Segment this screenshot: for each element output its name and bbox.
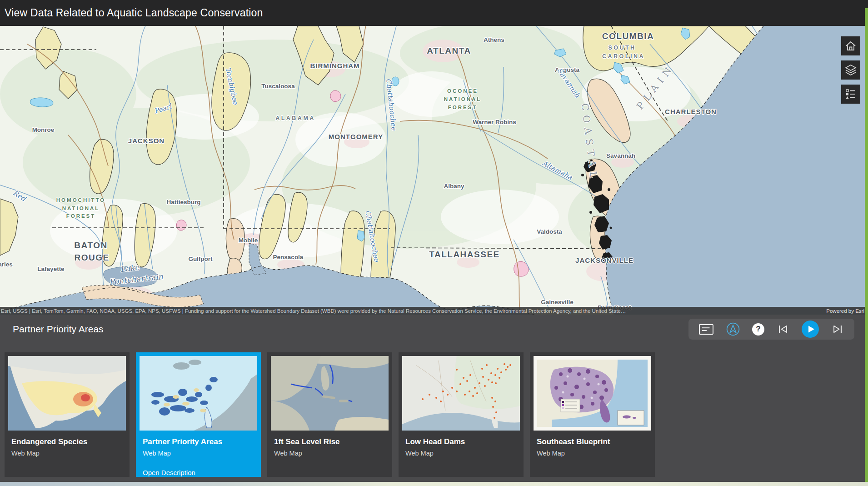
layers-icon xyxy=(844,64,857,76)
map-label: FOREST xyxy=(66,213,96,219)
thumbnail-1ft-sea-level-rise xyxy=(271,356,389,431)
skip-next-icon xyxy=(831,322,844,336)
map-label: Monroe xyxy=(32,126,55,133)
map-label: JACKSON xyxy=(128,137,165,145)
panel-toolbar: Partner Priority Areas ? xyxy=(0,315,868,344)
compass-icon xyxy=(726,322,740,336)
map-canvas[interactable]: ATLANTABIRMINGHAMMONTGOMERYJACKSONBATONR… xyxy=(0,26,868,315)
map-label: CAROLINA xyxy=(602,53,645,60)
map-controls xyxy=(841,36,860,104)
map-label: OCONEE xyxy=(447,88,478,94)
attribution-sources: Esri, USGS | Esri, TomTom, Garmin, FAO, … xyxy=(1,308,626,314)
map-label: Savannah xyxy=(606,152,635,159)
card-title: Endangered Species xyxy=(11,437,130,446)
map-label: Athens xyxy=(484,36,504,43)
map-label: NATIONAL xyxy=(62,205,100,211)
help-icon: ? xyxy=(752,323,764,336)
attribution-bar: Esri, USGS | Esri, TomTom, Garmin, FAO, … xyxy=(0,307,868,315)
map-label: SOUTH xyxy=(608,45,636,51)
web-map-gallery: Endangered Species Web Map xyxy=(0,344,868,477)
home-icon xyxy=(845,40,857,52)
thumbnail-southeast-blueprint xyxy=(534,356,651,431)
page-bottom-strip xyxy=(0,482,868,486)
next-button[interactable] xyxy=(831,322,844,336)
card-subtitle: Web Map xyxy=(405,450,524,457)
skip-previous-icon xyxy=(776,322,790,336)
map-label: CHARLESTON xyxy=(665,108,717,115)
map-label: arles xyxy=(0,261,13,268)
map-label: Gulfport xyxy=(188,256,213,262)
card-endangered-species[interactable]: Endangered Species Web Map xyxy=(5,352,130,477)
panel-title: Partner Priority Areas xyxy=(13,324,104,335)
card-subtitle: Web Map xyxy=(11,450,130,457)
card-partner-priority-areas[interactable]: Partner Priority Areas Web Map Open Desc… xyxy=(136,352,261,477)
map-label: Warner Robins xyxy=(473,119,516,125)
map-label: JACKSONVILLE xyxy=(575,256,634,264)
map-label: BIRMINGHAM xyxy=(310,62,359,70)
page-edge-green-strip xyxy=(865,8,868,482)
thumbnail-low-head-dams xyxy=(402,356,520,431)
card-southeast-blueprint[interactable]: Southeast Blueprint Web Map xyxy=(530,352,655,477)
map-label: MONTGOMERY xyxy=(329,133,383,140)
card-low-head-dams[interactable]: Low Head Dams Web Map xyxy=(399,352,524,477)
map-label: ROUGE xyxy=(74,253,109,262)
map-label: TALLAHASSEE xyxy=(429,250,499,259)
card-subtitle: Web Map xyxy=(274,450,392,457)
card-title: Low Head Dams xyxy=(405,437,524,446)
card-subtitle: Web Map xyxy=(537,450,655,457)
map-label: Pensacola xyxy=(273,254,304,261)
page-title: View Data Related to Aquatic Landscape C… xyxy=(5,7,263,19)
card-title: Southeast Blueprint xyxy=(537,437,655,446)
app-header: View Data Related to Aquatic Landscape C… xyxy=(0,0,868,26)
map-label: Mobile xyxy=(239,237,258,244)
map-label: Albany xyxy=(444,183,464,190)
map-svg: ATLANTABIRMINGHAMMONTGOMERYJACKSONBATONR… xyxy=(0,26,868,315)
map-label: ATLANTA xyxy=(427,46,471,55)
layers-button[interactable] xyxy=(841,60,860,80)
legend-icon xyxy=(845,88,857,100)
map-label: BATON xyxy=(74,240,107,250)
map-label: Tuscaloosa xyxy=(261,83,295,90)
map-label: Hattiesburg xyxy=(166,199,200,205)
previous-button[interactable] xyxy=(776,322,790,336)
thumbnail-partner-priority-areas xyxy=(140,356,257,431)
map-label: Lafayette xyxy=(37,266,65,272)
description-button[interactable] xyxy=(698,323,714,336)
home-button[interactable] xyxy=(841,36,860,55)
map-label: Valdosta xyxy=(537,228,562,235)
card-title: Partner Priority Areas xyxy=(143,437,261,446)
legend-button[interactable] xyxy=(841,85,860,104)
map-label: HOMOCHITTO xyxy=(56,197,105,203)
card-title: 1ft Sea Level Rise xyxy=(274,437,392,446)
powered-by-esri: Powered by Esri xyxy=(826,308,864,314)
toolbar-actions: ? xyxy=(688,319,854,340)
description-icon xyxy=(698,323,714,336)
card-1ft-sea-level-rise[interactable]: 1ft Sea Level Rise Web Map xyxy=(267,352,392,477)
map-label: Gainesville xyxy=(541,299,574,306)
bottom-panel: Partner Priority Areas ? xyxy=(0,315,868,486)
open-description-link[interactable]: Open Description xyxy=(143,469,261,476)
map-label: ALABAMA xyxy=(275,115,315,121)
map-label: NATIONAL xyxy=(444,96,482,102)
card-subtitle: Web Map xyxy=(143,450,261,457)
play-icon xyxy=(802,321,819,338)
help-button[interactable]: ? xyxy=(752,323,764,336)
thumbnail-endangered-species xyxy=(8,356,126,431)
compass-button[interactable] xyxy=(726,322,740,336)
map-label: FOREST xyxy=(448,105,478,110)
play-button[interactable] xyxy=(802,321,819,338)
map-label: COLUMBIA xyxy=(602,31,654,41)
